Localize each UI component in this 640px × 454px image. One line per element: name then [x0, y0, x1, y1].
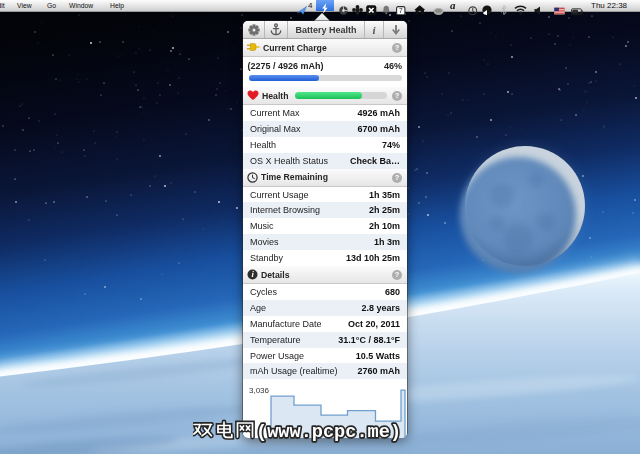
- svg-text:3,036: 3,036: [249, 386, 270, 395]
- svg-text:7: 7: [399, 7, 403, 14]
- svg-text:(www.pcpc.me): (www.pcpc.me): [256, 422, 401, 443]
